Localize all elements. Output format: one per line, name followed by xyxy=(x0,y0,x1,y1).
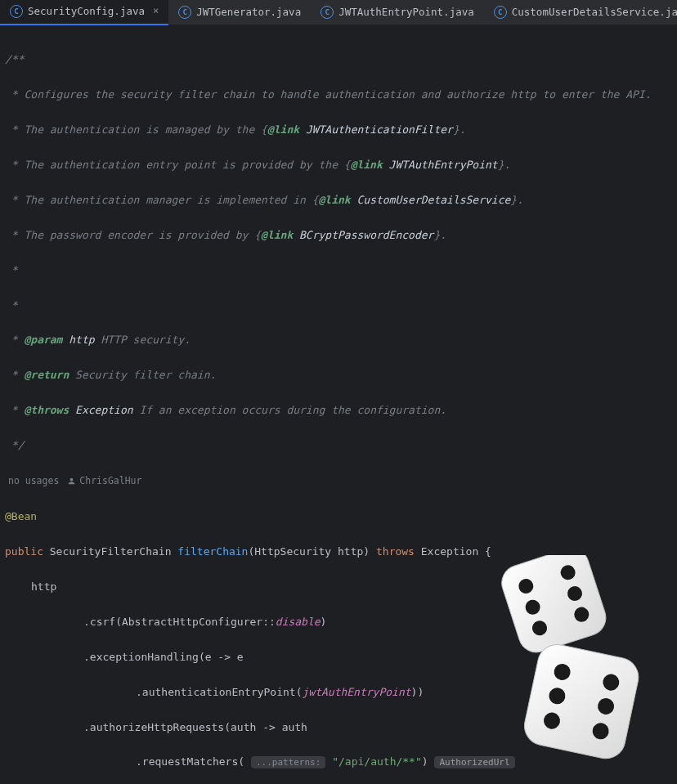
javadoc-throws: * @throws Exception If an exception occu… xyxy=(5,401,672,419)
tab-label: JWTGenerator.java xyxy=(196,4,301,21)
javadoc-open: /** xyxy=(5,53,24,65)
javadoc-param: * @param http HTTP security. xyxy=(5,331,672,348)
javadoc-line: * The password encoder is provided by {@… xyxy=(5,226,672,244)
tab-jwtauthentrypoint[interactable]: C JWTAuthEntryPoint.java xyxy=(311,0,484,25)
method-signature: public SecurityFilterChain filterChain(H… xyxy=(5,543,672,560)
type-hint: AuthorizedUrl xyxy=(434,756,514,768)
javadoc-return: * @return Security filter chain. xyxy=(5,366,672,383)
code-line: .requestMatchers( ...patterns: "/api/aut… xyxy=(5,753,672,770)
tab-label: SecurityConfig.java xyxy=(28,3,145,20)
javadoc-line: * xyxy=(5,299,18,311)
tab-securityconfig[interactable]: C SecurityConfig.java × xyxy=(0,0,168,25)
tab-label: CustomUserDetailsService.java xyxy=(512,4,677,21)
javadoc-close: */ xyxy=(5,439,24,451)
author-badge[interactable]: ChrisGalHur xyxy=(67,473,141,489)
javadoc-line: * The authentication is managed by the {… xyxy=(5,121,672,138)
class-icon: C xyxy=(321,6,334,19)
javadoc-line: * The authentication manager is implemen… xyxy=(5,191,672,208)
editor-tabs: C SecurityConfig.java × C JWTGenerator.j… xyxy=(0,0,677,25)
class-icon: C xyxy=(178,6,191,19)
code-editor[interactable]: /** * Configures the security filter cha… xyxy=(0,25,677,784)
tab-label: JWTAuthEntryPoint.java xyxy=(338,4,474,21)
close-icon[interactable]: × xyxy=(153,3,159,20)
tab-customuserdetails[interactable]: C CustomUserDetailsService.java xyxy=(484,0,677,25)
inlay-usages[interactable]: no usagesChrisGalHur xyxy=(5,472,672,491)
class-icon: C xyxy=(494,6,507,19)
javadoc-line: * The authentication entry point is prov… xyxy=(5,156,672,173)
param-hint: ...patterns: xyxy=(251,756,325,768)
code-line: .authenticationEntryPoint(jwtAuthEntryPo… xyxy=(5,683,672,701)
javadoc-line: * Configures the security filter chain t… xyxy=(5,88,652,101)
code-line: .authorizeHttpRequests(auth -> auth xyxy=(5,719,672,736)
code-line: .csrf(AbstractHttpConfigurer::disable) xyxy=(5,613,672,630)
javadoc-line: * xyxy=(5,264,18,276)
person-icon xyxy=(67,477,76,486)
code-line: .exceptionHandling(e -> e xyxy=(5,648,672,665)
annotation: @Bean xyxy=(5,510,37,522)
code-line: http xyxy=(5,578,672,595)
tab-jwtgenerator[interactable]: C JWTGenerator.java xyxy=(168,0,311,25)
class-icon: C xyxy=(10,5,23,18)
